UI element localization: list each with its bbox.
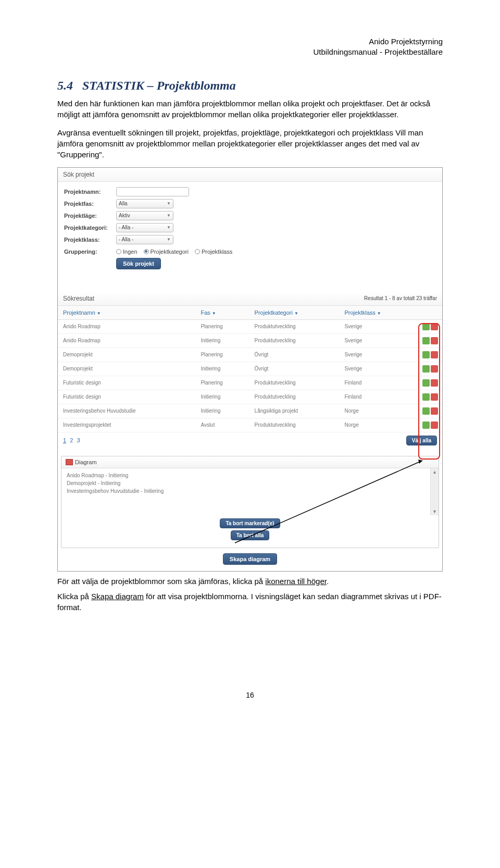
cell-namn: Demoprojekt: [58, 348, 195, 362]
page-header: Anido Projektstyrning Utbildningsmanual …: [57, 36, 443, 58]
select-projektlage[interactable]: Aktiv▼: [116, 211, 173, 220]
cell-kategori: Produktutveckling: [249, 390, 340, 404]
radio-projektklass[interactable]: Projektklass: [195, 249, 232, 255]
select-projektfas[interactable]: Alla▼: [116, 199, 173, 208]
table-row: DemoprojektPlaneringÖvrigtSverige: [58, 348, 442, 362]
page-2[interactable]: 2: [70, 437, 73, 443]
cell-klass: Sverige: [339, 333, 417, 348]
cell-klass: Sverige: [339, 319, 417, 333]
cell-fas: Planering: [195, 348, 249, 362]
create-diagram-button[interactable]: Skapa diagram: [223, 553, 277, 565]
intro-paragraph-1: Med den här funktionen kan man jämföra p…: [57, 98, 443, 120]
table-row: Futuristic designInitieringProduktutveck…: [58, 390, 442, 404]
cell-klass: Finland: [339, 376, 417, 390]
radio-projektkategori-label: Projektkategori: [151, 249, 189, 255]
cell-namn: Anido Roadmap: [58, 319, 195, 333]
highlight-icons-column: [418, 323, 440, 460]
radio-projektkategori[interactable]: Projektkategori: [144, 249, 189, 255]
cell-kategori: Långsiktiga projekt: [249, 404, 340, 418]
cell-klass: Finland: [339, 390, 417, 404]
diagram-list-box: Anido Roadmap - InitieringDemoprojekt - …: [61, 468, 439, 515]
results-header: Sökresultat Resultat 1 - 8 av totalt 23 …: [58, 292, 442, 306]
cell-kategori: Produktutveckling: [249, 418, 340, 432]
scrollbar[interactable]: ▲ ▼: [430, 468, 439, 515]
section-heading: 5.4 STATISTIK – Projektblomma: [57, 79, 443, 93]
cell-namn: Anido Roadmap: [58, 333, 195, 348]
page-1[interactable]: 1: [63, 437, 66, 443]
input-projektnamn[interactable]: [116, 187, 189, 196]
intro-paragraph-2: Avgränsa eventuellt sökningen till proje…: [57, 127, 443, 160]
radio-ingen[interactable]: Ingen: [116, 249, 138, 255]
diagram-header: Diagram: [61, 456, 439, 468]
cell-namn: Futuristic design: [58, 376, 195, 390]
chevron-down-icon: ▼: [167, 213, 171, 218]
scroll-down-icon: ▼: [432, 509, 437, 514]
footer-text-1: För att välja de projektblommor som ska …: [57, 576, 443, 587]
cell-fas: Initiering: [195, 333, 249, 348]
scroll-up-icon: ▲: [432, 469, 437, 475]
list-item[interactable]: Anido Roadmap - Initiering: [67, 472, 425, 479]
radio-projektklass-label: Projektklass: [202, 249, 232, 255]
cell-namn: Futuristic design: [58, 390, 195, 404]
cell-klass: Norge: [339, 418, 417, 432]
cell-fas: Planering: [195, 319, 249, 333]
cell-fas: Planering: [195, 376, 249, 390]
radio-icon: [195, 249, 200, 254]
chart-icon: [66, 459, 73, 465]
table-row: DemoprojektInitieringÖvrigtSverige: [58, 362, 442, 376]
table-row: Anido RoadmapInitieringProduktutveckling…: [58, 333, 442, 348]
screenshot-panel: Sök projekt Projektnamn: Projektfas: All…: [57, 167, 443, 572]
pager-row: 1 2 3 Välj alla: [58, 432, 442, 449]
select-projektfas-value: Alla: [119, 201, 128, 206]
header-line-2: Utbildningsmanual - Projektbeställare: [57, 47, 443, 57]
chevron-down-icon: ▼: [167, 237, 171, 242]
label-projektfas: Projektfas:: [64, 201, 116, 207]
remove-selected-button[interactable]: Ta bort markerad(e): [220, 518, 280, 528]
cell-namn: Investeringsbehov Huvudstudie: [58, 404, 195, 418]
col-projektkategori[interactable]: Projektkategori▼: [249, 306, 340, 320]
chevron-down-icon: ▼: [167, 201, 171, 206]
select-projektlage-value: Aktiv: [119, 213, 130, 218]
section-number: 5.4: [57, 79, 73, 92]
sort-icon: ▼: [212, 311, 216, 316]
search-panel-title: Sök projekt: [58, 168, 442, 182]
cell-namn: Investeringsprojektet: [58, 418, 195, 432]
select-projektklass[interactable]: - Alla -▼: [116, 235, 173, 244]
cell-klass: Sverige: [339, 362, 417, 376]
cell-fas: Initiering: [195, 390, 249, 404]
diagram-title: Diagram: [75, 459, 97, 465]
radio-icon: [144, 249, 149, 254]
list-item[interactable]: Investeringsbehov Huvudstudie - Initieri…: [67, 487, 425, 495]
remove-all-button[interactable]: Ta bort alla: [231, 530, 270, 540]
col-projektklass[interactable]: Projektklass▼: [339, 306, 417, 320]
diagram-selected-list[interactable]: Anido Roadmap - InitieringDemoprojekt - …: [61, 468, 430, 515]
label-projektnamn: Projektnamn:: [64, 189, 116, 195]
results-count: Resultat 1 - 8 av totalt 23 träffar: [364, 295, 437, 301]
results-title: Sökresultat: [63, 295, 94, 302]
col-fas[interactable]: Fas▼: [195, 306, 249, 320]
table-row: Investeringsbehov HuvudstudieInitieringL…: [58, 404, 442, 418]
page-number: 16: [57, 691, 443, 699]
label-projektklass: Projektklass:: [64, 237, 116, 243]
header-line-1: Anido Projektstyrning: [57, 36, 443, 47]
label-projektkategori: Projektkategori:: [64, 225, 116, 231]
cell-klass: Norge: [339, 404, 417, 418]
sort-icon: ▼: [377, 311, 381, 316]
sort-icon: ▼: [97, 311, 101, 316]
footer-text-2: Klicka på Skapa diagram för att visa pro…: [57, 591, 443, 613]
cell-fas: Initiering: [195, 362, 249, 376]
list-item[interactable]: Demoprojekt - Initiering: [67, 479, 425, 487]
radio-icon: [116, 249, 121, 254]
radio-group-gruppering: Ingen Projektkategori Projektklass: [116, 249, 232, 255]
select-projektklass-value: - Alla -: [119, 237, 133, 242]
search-form: Projektnamn: Projektfas: Alla▼ Projektlä…: [58, 182, 442, 279]
cell-kategori: Produktutveckling: [249, 333, 340, 348]
radio-ingen-label: Ingen: [123, 249, 138, 255]
search-button[interactable]: Sök projekt: [116, 258, 161, 269]
results-table: Projektnamn▼ Fas▼ Projektkategori▼ Proje…: [58, 306, 442, 432]
label-projektlage: Projektläge:: [64, 213, 116, 219]
col-projektnamn[interactable]: Projektnamn▼: [58, 306, 195, 320]
page-3[interactable]: 3: [77, 437, 80, 443]
label-gruppering: Gruppering:: [64, 249, 116, 255]
select-projektkategori[interactable]: - Alla -▼: [116, 223, 173, 232]
